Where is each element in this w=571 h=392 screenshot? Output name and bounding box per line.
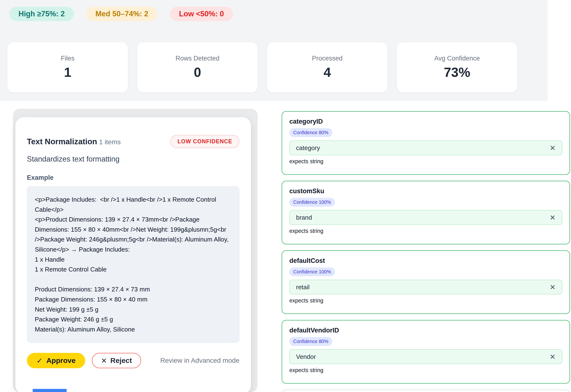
field-mapping-card-defaultvendorid: defaultVendorID Confidence 80% Vendor ✕ …: [282, 320, 570, 384]
review-card-header: Text Normalization1 items LOW CONFIDENCE: [27, 135, 240, 148]
field-name: defaultCost: [289, 257, 562, 264]
clear-mapping-icon[interactable]: ✕: [550, 353, 556, 361]
example-box: <p>Package Includes: <br />1 x Handle<br…: [27, 186, 240, 343]
mapping-value-field[interactable]: retail ✕: [289, 280, 562, 294]
clear-mapping-icon[interactable]: ✕: [550, 213, 556, 222]
stat-card-rows-detected: Rows Detected 0: [137, 42, 258, 92]
mapping-value-field[interactable]: brand ✕: [289, 210, 562, 225]
badge-medium-confidence: Med 50–74%: 2: [86, 7, 158, 21]
reject-button[interactable]: ✕ Reject: [92, 353, 141, 368]
mapping-value-field[interactable]: category ✕: [289, 140, 562, 155]
stat-label: Rows Detected: [175, 55, 219, 62]
example-label: Example: [27, 174, 240, 181]
field-name: defaultVendorID: [289, 327, 562, 334]
badge-low-confidence: Low <50%: 0: [170, 7, 233, 21]
reject-button-label: Reject: [110, 356, 132, 365]
mapping-value: retail: [296, 284, 310, 291]
review-card: Text Normalization1 items LOW CONFIDENCE…: [15, 117, 251, 392]
check-icon: ✓: [36, 356, 43, 365]
approve-button-label: Approve: [46, 356, 76, 365]
review-card-items-count: 1 items: [99, 138, 121, 146]
stat-value: 73%: [444, 65, 470, 80]
review-card-title: Text Normalization: [27, 137, 97, 146]
confidence-badge: Confidence 100%: [289, 267, 335, 276]
summary-header: High ≥75%: 2 Med 50–74%: 2 Low <50%: 0 F…: [0, 0, 548, 101]
field-mapping-card-categoryid: categoryID Confidence 80% category ✕ exp…: [282, 111, 570, 175]
field-mapping-card-customsku: customSku Confidence 100% brand ✕ expect…: [282, 181, 570, 244]
horizontal-scrollbar-thumb[interactable]: [33, 389, 67, 392]
confidence-badge: Confidence 80%: [289, 128, 332, 137]
expects-type-label: expects string: [289, 367, 562, 374]
field-mapping-card-partial: [282, 390, 570, 392]
badge-high-confidence: High ≥75%: 2: [9, 7, 74, 21]
expects-type-label: expects string: [289, 158, 562, 165]
review-card-subtitle: Standardizes text formatting: [27, 155, 240, 163]
advanced-mode-link[interactable]: Review in Advanced mode: [160, 357, 240, 364]
expects-type-label: expects string: [289, 297, 562, 304]
approve-button[interactable]: ✓ Approve: [27, 353, 85, 368]
stat-card-avg-confidence: Avg Confidence 73%: [397, 42, 517, 92]
stat-cards: Files 1 Rows Detected 0 Processed 4 Avg …: [7, 42, 517, 92]
confidence-badge: Confidence 100%: [289, 198, 335, 207]
clear-mapping-icon[interactable]: ✕: [550, 144, 556, 152]
mapping-value: Vendor: [296, 353, 316, 361]
stat-label: Processed: [312, 55, 343, 62]
confidence-badge: Confidence 80%: [289, 337, 332, 346]
mapping-value: category: [296, 144, 320, 152]
close-icon: ✕: [101, 356, 107, 365]
confidence-summary-badges: High ≥75%: 2 Med 50–74%: 2 Low <50%: 0: [9, 7, 233, 21]
clear-mapping-icon[interactable]: ✕: [550, 283, 556, 291]
stat-value: 0: [194, 65, 201, 80]
stat-card-files: Files 1: [7, 42, 128, 92]
field-mapping-list: categoryID Confidence 80% category ✕ exp…: [282, 111, 570, 392]
stat-label: Files: [61, 55, 74, 62]
expects-type-label: expects string: [289, 228, 562, 234]
stat-value: 1: [64, 65, 71, 80]
field-name: categoryID: [289, 118, 562, 125]
review-title-group: Text Normalization1 items: [27, 137, 121, 146]
mapping-value-field[interactable]: Vendor ✕: [289, 349, 562, 364]
field-mapping-card-defaultcost: defaultCost Confidence 100% retail ✕ exp…: [282, 250, 570, 314]
review-actions: ✓ Approve ✕ Reject Review in Advanced mo…: [27, 353, 240, 368]
low-confidence-badge: LOW CONFIDENCE: [170, 135, 240, 148]
mapping-value: brand: [296, 214, 312, 221]
stat-card-processed: Processed 4: [267, 42, 387, 92]
stat-value: 4: [324, 65, 331, 80]
stat-label: Avg Confidence: [434, 55, 480, 62]
field-name: customSku: [289, 188, 562, 195]
